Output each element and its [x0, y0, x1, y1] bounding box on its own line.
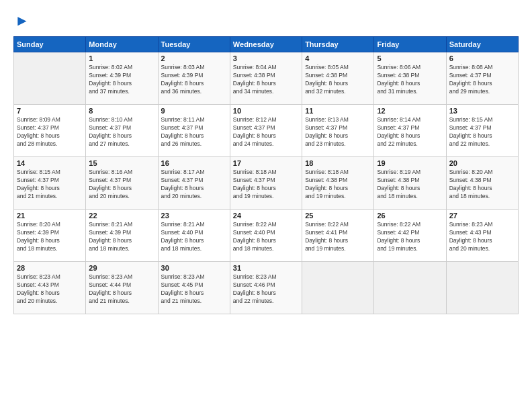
- calendar-cell: 13Sunrise: 8:15 AMSunset: 4:37 PMDayligh…: [446, 105, 518, 157]
- day-info: Sunrise: 8:08 AMSunset: 4:37 PMDaylight:…: [449, 64, 515, 96]
- day-number: 14: [17, 159, 83, 167]
- day-number: 4: [305, 54, 371, 62]
- day-number: 19: [377, 159, 443, 167]
- day-info: Sunrise: 8:20 AMSunset: 4:38 PMDaylight:…: [449, 169, 515, 201]
- calendar-cell: 8Sunrise: 8:10 AMSunset: 4:37 PMDaylight…: [86, 105, 158, 157]
- day-info: Sunrise: 8:03 AMSunset: 4:39 PMDaylight:…: [161, 64, 227, 96]
- calendar-cell: 22Sunrise: 8:21 AMSunset: 4:39 PMDayligh…: [86, 210, 158, 262]
- day-info: Sunrise: 8:18 AMSunset: 4:37 PMDaylight:…: [233, 169, 299, 201]
- day-number: 27: [449, 212, 515, 220]
- day-number: 10: [233, 107, 299, 115]
- calendar-cell: 15Sunrise: 8:16 AMSunset: 4:37 PMDayligh…: [86, 157, 158, 210]
- calendar-cell: 7Sunrise: 8:09 AMSunset: 4:37 PMDaylight…: [14, 105, 86, 157]
- day-number: 17: [233, 159, 299, 167]
- day-number: 22: [89, 212, 154, 220]
- day-number: 11: [305, 107, 371, 115]
- day-info: Sunrise: 8:13 AMSunset: 4:37 PMDaylight:…: [305, 116, 371, 148]
- day-info: Sunrise: 8:15 AMSunset: 4:37 PMDaylight:…: [449, 116, 515, 148]
- calendar-cell: 6Sunrise: 8:08 AMSunset: 4:37 PMDaylight…: [446, 52, 518, 105]
- day-header-thursday: Thursday: [302, 37, 374, 52]
- calendar-cell: 9Sunrise: 8:11 AMSunset: 4:37 PMDaylight…: [158, 105, 230, 157]
- day-info: Sunrise: 8:09 AMSunset: 4:37 PMDaylight:…: [17, 116, 83, 148]
- calendar-cell: 1Sunrise: 8:02 AMSunset: 4:39 PMDaylight…: [86, 52, 158, 105]
- day-info: Sunrise: 8:02 AMSunset: 4:39 PMDaylight:…: [89, 64, 154, 96]
- day-info: Sunrise: 8:21 AMSunset: 4:40 PMDaylight:…: [161, 221, 227, 253]
- calendar-cell: 19Sunrise: 8:19 AMSunset: 4:38 PMDayligh…: [374, 157, 446, 210]
- day-info: Sunrise: 8:10 AMSunset: 4:37 PMDaylight:…: [89, 116, 154, 148]
- day-info: Sunrise: 8:23 AMSunset: 4:45 PMDaylight:…: [161, 273, 227, 306]
- day-header-saturday: Saturday: [446, 37, 518, 52]
- day-header-wednesday: Wednesday: [230, 37, 302, 52]
- week-row-3: 14Sunrise: 8:15 AMSunset: 4:37 PMDayligh…: [14, 157, 519, 210]
- day-info: Sunrise: 8:06 AMSunset: 4:38 PMDaylight:…: [377, 64, 443, 96]
- week-row-4: 21Sunrise: 8:20 AMSunset: 4:39 PMDayligh…: [14, 210, 519, 262]
- calendar-cell: 31Sunrise: 8:23 AMSunset: 4:46 PMDayligh…: [230, 262, 302, 314]
- calendar-cell: 14Sunrise: 8:15 AMSunset: 4:37 PMDayligh…: [14, 157, 86, 210]
- logo-arrow: ►: [15, 12, 30, 30]
- day-number: 16: [161, 159, 227, 167]
- calendar-cell: 4Sunrise: 8:05 AMSunset: 4:38 PMDaylight…: [302, 52, 374, 105]
- day-info: Sunrise: 8:23 AMSunset: 4:43 PMDaylight:…: [17, 273, 83, 306]
- day-info: Sunrise: 8:23 AMSunset: 4:43 PMDaylight:…: [449, 221, 515, 253]
- day-number: 31: [233, 264, 299, 272]
- calendar-cell: 16Sunrise: 8:17 AMSunset: 4:37 PMDayligh…: [158, 157, 230, 210]
- day-info: Sunrise: 8:05 AMSunset: 4:38 PMDaylight:…: [305, 64, 371, 96]
- header: ►: [13, 12, 519, 30]
- day-info: Sunrise: 8:23 AMSunset: 4:46 PMDaylight:…: [233, 273, 299, 306]
- day-number: 8: [89, 107, 154, 115]
- day-info: Sunrise: 8:17 AMSunset: 4:37 PMDaylight:…: [161, 169, 227, 201]
- day-number: 2: [161, 54, 227, 62]
- calendar-cell: [14, 52, 86, 105]
- day-info: Sunrise: 8:15 AMSunset: 4:37 PMDaylight:…: [17, 169, 83, 201]
- calendar-cell: 18Sunrise: 8:18 AMSunset: 4:38 PMDayligh…: [302, 157, 374, 210]
- day-number: 30: [161, 264, 227, 272]
- calendar-cell: 5Sunrise: 8:06 AMSunset: 4:38 PMDaylight…: [374, 52, 446, 105]
- logo: ►: [13, 12, 30, 30]
- day-info: Sunrise: 8:20 AMSunset: 4:39 PMDaylight:…: [17, 221, 83, 253]
- days-header-row: SundayMondayTuesdayWednesdayThursdayFrid…: [14, 37, 519, 52]
- day-info: Sunrise: 8:19 AMSunset: 4:38 PMDaylight:…: [377, 169, 443, 201]
- day-number: 6: [449, 54, 515, 62]
- day-number: 9: [161, 107, 227, 115]
- day-header-tuesday: Tuesday: [158, 37, 230, 52]
- day-info: Sunrise: 8:04 AMSunset: 4:38 PMDaylight:…: [233, 64, 299, 96]
- calendar-cell: 29Sunrise: 8:23 AMSunset: 4:44 PMDayligh…: [86, 262, 158, 314]
- calendar-cell: [302, 262, 374, 314]
- day-info: Sunrise: 8:23 AMSunset: 4:44 PMDaylight:…: [89, 273, 154, 306]
- day-number: 3: [233, 54, 299, 62]
- calendar-cell: 20Sunrise: 8:20 AMSunset: 4:38 PMDayligh…: [446, 157, 518, 210]
- day-info: Sunrise: 8:21 AMSunset: 4:39 PMDaylight:…: [89, 221, 154, 253]
- day-info: Sunrise: 8:14 AMSunset: 4:37 PMDaylight:…: [377, 116, 443, 148]
- calendar-cell: 27Sunrise: 8:23 AMSunset: 4:43 PMDayligh…: [446, 210, 518, 262]
- day-number: 15: [89, 159, 154, 167]
- calendar-cell: 25Sunrise: 8:22 AMSunset: 4:41 PMDayligh…: [302, 210, 374, 262]
- day-info: Sunrise: 8:11 AMSunset: 4:37 PMDaylight:…: [161, 116, 227, 148]
- week-row-5: 28Sunrise: 8:23 AMSunset: 4:43 PMDayligh…: [14, 262, 519, 314]
- week-row-2: 7Sunrise: 8:09 AMSunset: 4:37 PMDaylight…: [14, 105, 519, 157]
- day-number: 26: [377, 212, 443, 220]
- calendar-cell: 30Sunrise: 8:23 AMSunset: 4:45 PMDayligh…: [158, 262, 230, 314]
- day-number: 28: [17, 264, 83, 272]
- calendar-cell: 12Sunrise: 8:14 AMSunset: 4:37 PMDayligh…: [374, 105, 446, 157]
- calendar-cell: [446, 262, 518, 314]
- calendar-cell: 28Sunrise: 8:23 AMSunset: 4:43 PMDayligh…: [14, 262, 86, 314]
- day-number: 5: [377, 54, 443, 62]
- calendar-cell: 23Sunrise: 8:21 AMSunset: 4:40 PMDayligh…: [158, 210, 230, 262]
- day-header-friday: Friday: [374, 37, 446, 52]
- day-number: 20: [449, 159, 515, 167]
- day-info: Sunrise: 8:18 AMSunset: 4:38 PMDaylight:…: [305, 169, 371, 201]
- calendar-cell: 10Sunrise: 8:12 AMSunset: 4:37 PMDayligh…: [230, 105, 302, 157]
- week-row-1: 1Sunrise: 8:02 AMSunset: 4:39 PMDaylight…: [14, 52, 519, 105]
- day-number: 29: [89, 264, 154, 272]
- day-number: 25: [305, 212, 371, 220]
- calendar-page: ► SundayMondayTuesdayWednesdayThursdayFr…: [0, 0, 532, 411]
- calendar-cell: 26Sunrise: 8:22 AMSunset: 4:42 PMDayligh…: [374, 210, 446, 262]
- calendar-table: SundayMondayTuesdayWednesdayThursdayFrid…: [13, 36, 519, 314]
- day-number: 12: [377, 107, 443, 115]
- day-number: 24: [233, 212, 299, 220]
- day-number: 18: [305, 159, 371, 167]
- calendar-cell: 24Sunrise: 8:22 AMSunset: 4:40 PMDayligh…: [230, 210, 302, 262]
- calendar-cell: 21Sunrise: 8:20 AMSunset: 4:39 PMDayligh…: [14, 210, 86, 262]
- day-number: 21: [17, 212, 83, 220]
- calendar-cell: 11Sunrise: 8:13 AMSunset: 4:37 PMDayligh…: [302, 105, 374, 157]
